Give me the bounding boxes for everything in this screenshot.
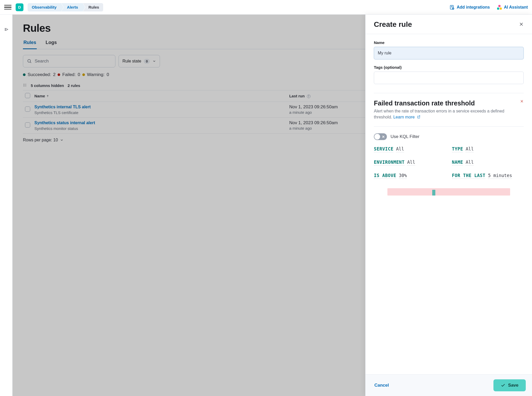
add-integrations-link[interactable]: Add integrations — [449, 5, 490, 10]
top-bar: D Observability Alerts Rules Add integra… — [0, 0, 532, 15]
menu-toggle-icon[interactable] — [4, 4, 11, 11]
breadcrumb-alerts[interactable]: Alerts — [61, 3, 83, 11]
ai-assistant-icon — [497, 5, 502, 10]
space-badge[interactable]: D — [16, 3, 23, 11]
add-integrations-icon — [449, 5, 455, 10]
breadcrumb-observability[interactable]: Observability — [28, 3, 61, 11]
breadcrumb: Observability Alerts Rules — [28, 3, 103, 11]
ai-assistant-link[interactable]: AI Assistant — [497, 5, 528, 10]
breadcrumb-rules: Rules — [83, 3, 103, 11]
